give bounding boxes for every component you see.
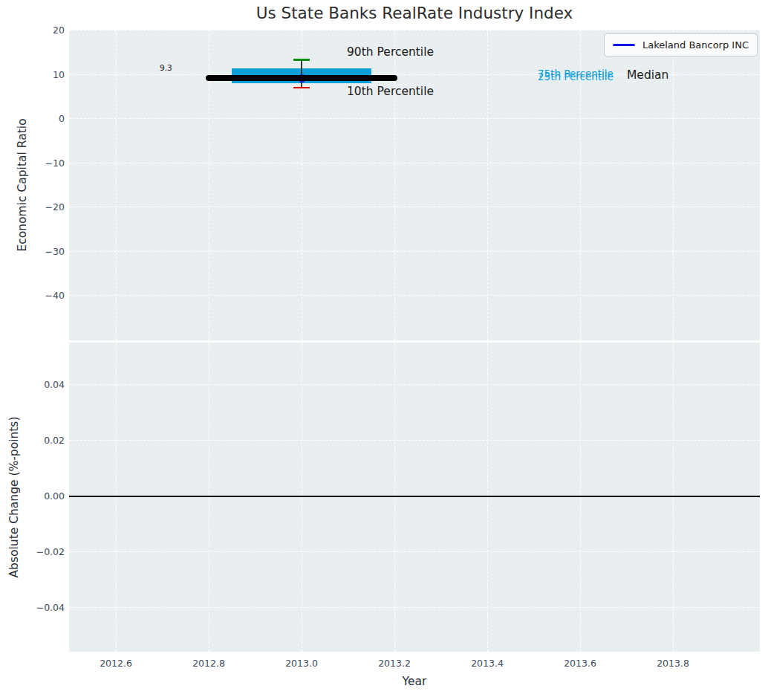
- y-tick-label: −0.04: [0, 601, 65, 615]
- gridline-horizontal: [69, 295, 760, 296]
- x-tick-label: 2013.6: [547, 657, 614, 670]
- y-tick-label: −40: [0, 289, 65, 302]
- y-tick-label: 10: [0, 68, 65, 82]
- y-tick-label: −0.02: [0, 545, 65, 559]
- p25-annotation: 25th Percentile: [538, 71, 614, 83]
- y-tick-label: −20: [0, 201, 65, 214]
- chart-title: Us State Banks RealRate Industry Index: [69, 4, 760, 22]
- x-axis-label: Year: [69, 675, 760, 688]
- y-tick-label: −30: [0, 245, 65, 259]
- gridline-vertical: [116, 343, 117, 652]
- x-tick-label: 2013.2: [361, 657, 428, 670]
- bottom-axes-absolute-change: [69, 343, 760, 652]
- p90-annotation: 90th Percentile: [347, 45, 434, 59]
- p90-cap: [293, 59, 310, 61]
- legend-line-sample: [613, 44, 635, 47]
- x-tick-label: 2012.8: [175, 657, 242, 670]
- x-tick-label: 2012.6: [82, 657, 149, 670]
- gridline-vertical: [673, 30, 674, 340]
- figure: Us State Banks RealRate Industry Index 9…: [0, 0, 768, 700]
- median-annotation: Median: [627, 68, 668, 82]
- gridline-horizontal: [69, 551, 760, 552]
- gridline-horizontal: [69, 118, 760, 119]
- gridline-vertical: [116, 30, 117, 340]
- y-tick-label: −10: [0, 157, 65, 170]
- x-tick-label: 2013.8: [640, 657, 706, 670]
- gridline-horizontal: [69, 30, 760, 30]
- zero-line: [69, 496, 760, 497]
- gridline-horizontal: [69, 607, 760, 608]
- gridline-horizontal: [69, 384, 760, 385]
- legend-label: Lakeland Bancorp INC: [642, 39, 749, 51]
- gridline-vertical: [580, 343, 581, 652]
- x-tick-label: 2013.4: [454, 657, 521, 670]
- gridline-horizontal: [69, 207, 760, 207]
- y-tick-label: 0: [0, 112, 65, 126]
- gridline-vertical: [394, 343, 395, 652]
- gridline-vertical: [302, 343, 302, 652]
- y-tick-label: 0.04: [0, 378, 65, 392]
- x-tick-label: 2013.0: [268, 657, 335, 670]
- gridline-horizontal: [69, 163, 760, 163]
- gridline-vertical: [209, 343, 209, 652]
- value-annotation: 9.3: [160, 63, 172, 73]
- gridline-vertical: [487, 343, 488, 652]
- y-tick-label: 20: [0, 24, 65, 37]
- gridline-vertical: [487, 30, 488, 340]
- gridline-vertical: [673, 343, 674, 652]
- median-line: [206, 75, 397, 81]
- gridline-horizontal: [69, 440, 760, 441]
- y-tick-label: 0.02: [0, 434, 65, 447]
- p10-cap: [293, 87, 310, 89]
- gridline-horizontal: [69, 251, 760, 252]
- top-axes-economic-capital-ratio: 9.3 90th Percentile 10th Percentile 75th…: [69, 30, 760, 340]
- p10-annotation: 10th Percentile: [347, 85, 434, 99]
- y-tick-label: 0.00: [0, 490, 65, 503]
- legend: Lakeland Bancorp INC: [604, 33, 758, 56]
